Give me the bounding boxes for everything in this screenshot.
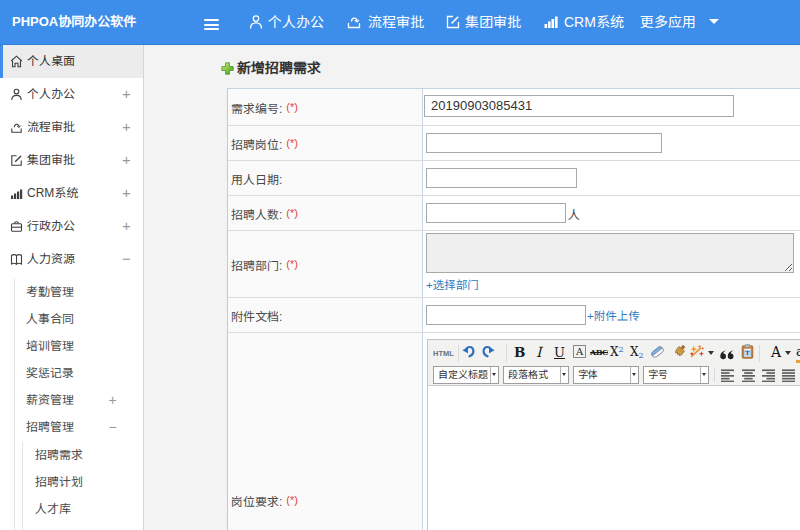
font-style-button[interactable]: A — [573, 345, 586, 358]
align-left-icon[interactable] — [721, 368, 734, 381]
position-input[interactable] — [426, 133, 662, 153]
sidebar-item-personal-office[interactable]: 个人办公 + — [0, 78, 143, 111]
source-code-button[interactable]: HTML — [433, 344, 454, 363]
sidebar-item-talent-pool[interactable]: 人才库 — [23, 496, 143, 523]
headcount-input[interactable] — [426, 203, 566, 223]
collapse-minus-icon[interactable]: − — [119, 243, 134, 275]
form-row-date: 用人日期: — [228, 161, 800, 196]
nav-process-approval[interactable]: 流程审批 — [368, 0, 424, 44]
required-mark: (*) — [286, 207, 298, 219]
sidebar-item-recruit-demand[interactable]: 招聘需求 — [23, 442, 143, 469]
form-row-headcount: 招聘人数:(*) 人 — [228, 196, 800, 231]
field-label-text: 需求编号: — [231, 99, 282, 116]
paste-text-icon[interactable]: T — [741, 344, 754, 363]
nav-crm-system[interactable]: CRM系统 — [564, 0, 624, 44]
sidebar-hr-submenu: 考勤管理 人事合同 培训管理 奖惩记录 薪资管理+ 招聘管理− 招聘需求 招聘计… — [14, 279, 143, 530]
align-right-icon[interactable] — [762, 368, 775, 381]
font-family-select[interactable]: 字体 — [573, 366, 639, 384]
field-value-cell: +附件上传 — [423, 298, 800, 332]
field-value-cell — [423, 89, 800, 125]
sidebar-item-desktop[interactable]: 个人桌面 — [0, 45, 143, 78]
sidebar-item-training[interactable]: 培训管理 — [15, 333, 143, 360]
field-label: 需求编号:(*) — [228, 89, 423, 125]
user-icon — [248, 14, 264, 30]
paragraph-format-select[interactable]: 段落格式 — [503, 366, 569, 384]
form-row-attachment: 附件文档: +附件上传 — [228, 298, 800, 333]
font-color-button[interactable]: A — [771, 344, 791, 363]
top-bar: PHPOA协同办公软件 个人办公 流程审批 集团审批 CRM系统 更多应用 — [0, 0, 800, 45]
sidebar-item-group-approval[interactable]: 集团审批 + — [0, 144, 143, 177]
page-title-text: 新增招聘需求 — [237, 59, 321, 77]
toolbar-separator — [759, 345, 760, 362]
sidebar-item-crm[interactable]: CRM系统 + — [0, 177, 143, 210]
caret-down-icon — [709, 19, 719, 24]
toolbar-separator — [458, 345, 459, 362]
hire-date-input[interactable] — [426, 168, 577, 188]
format-brush-icon[interactable] — [672, 344, 686, 363]
recruit-demand-form: 需求编号:(*) 招聘岗位:(*) 用人日期: 招聘人数:(*) 人 招聘部门:… — [227, 88, 800, 530]
align-center-icon[interactable] — [742, 368, 755, 381]
expand-plus-icon[interactable]: + — [119, 78, 134, 110]
bold-button[interactable]: B — [514, 344, 525, 363]
expand-plus-icon[interactable]: + — [105, 387, 120, 413]
sidebar-item-hr[interactable]: 人力资源 − — [0, 243, 143, 276]
field-value-cell — [423, 126, 800, 160]
sidebar-recruit-submenu: 招聘需求 招聘计划 人才库 — [22, 442, 143, 530]
caret-down-icon — [630, 367, 638, 383]
redo-icon[interactable] — [482, 344, 495, 363]
sidebar-item-admin-office[interactable]: 行政办公 + — [0, 210, 143, 243]
department-textarea[interactable] — [426, 233, 794, 273]
subscript-button[interactable]: X2 — [630, 344, 644, 363]
nav-more-apps[interactable]: 更多应用 — [640, 0, 696, 44]
eraser-icon[interactable] — [650, 344, 665, 363]
attachment-upload-link[interactable]: +附件上传 — [587, 307, 640, 323]
attachment-input[interactable] — [426, 305, 586, 325]
superscript-button[interactable]: X2 — [610, 344, 624, 363]
app-logo: PHPOA协同办公软件 — [12, 0, 136, 44]
clear-format-icon[interactable] — [689, 344, 705, 363]
add-plus-icon — [221, 61, 234, 74]
nav-group-approval[interactable]: 集团审批 — [465, 0, 521, 44]
editor-toolbar-row1: HTML — [428, 340, 800, 366]
caret-down-icon[interactable] — [708, 351, 714, 355]
choose-department-link[interactable]: +选择部门 — [426, 276, 800, 292]
font-size-select[interactable]: 字号 — [643, 366, 709, 384]
field-label: 用人日期: — [228, 161, 423, 195]
field-value-cell — [423, 161, 800, 195]
form-row-department: 招聘部门:(*) +选择部门 — [228, 231, 800, 298]
field-label-text: 岗位要求: — [231, 492, 282, 509]
undo-icon[interactable] — [462, 344, 475, 363]
expand-plus-icon[interactable]: + — [119, 177, 134, 209]
bar-chart-icon — [543, 14, 559, 30]
sidebar-item-attendance[interactable]: 考勤管理 — [15, 279, 143, 306]
align-justify-icon[interactable] — [782, 368, 795, 381]
strikethrough-button[interactable]: ABC — [590, 344, 608, 363]
field-label: 招聘部门:(*) — [228, 231, 423, 297]
bg-color-button[interactable]: a — [796, 344, 800, 363]
main-content: 新增招聘需求 需求编号:(*) 招聘岗位:(*) 用人日期: 招聘人数:(*) … — [145, 45, 800, 530]
demand-no-input[interactable] — [424, 95, 734, 117]
collapse-minus-icon[interactable]: − — [105, 414, 120, 440]
field-label: 招聘岗位:(*) — [228, 126, 423, 160]
sidebar-item-rewards[interactable]: 奖惩记录 — [15, 360, 143, 387]
underline-button[interactable]: U — [554, 344, 565, 363]
sidebar-item-recruit-plan[interactable]: 招聘计划 — [23, 469, 143, 496]
menu-toggle-icon[interactable] — [204, 19, 219, 31]
editor-content-area[interactable] — [428, 386, 800, 530]
expand-plus-icon[interactable]: + — [119, 111, 134, 143]
field-label: 附件文档: — [228, 298, 423, 332]
editor-toolbar-row2: 自定义标题 段落格式 字体 字号 — [428, 366, 800, 386]
nav-personal-office[interactable]: 个人办公 — [268, 0, 324, 44]
home-icon — [10, 55, 23, 68]
italic-button[interactable]: I — [536, 344, 542, 363]
expand-plus-icon[interactable]: + — [119, 144, 134, 176]
expand-plus-icon[interactable]: + — [119, 210, 134, 242]
caret-down-icon — [560, 367, 568, 383]
caret-down-icon — [490, 367, 498, 383]
sidebar-item-salary[interactable]: 薪资管理+ — [15, 387, 143, 414]
sidebar-item-recruit-mgmt[interactable]: 招聘管理− — [15, 414, 143, 441]
heading-style-select[interactable]: 自定义标题 — [433, 366, 499, 384]
bar-chart-icon — [10, 187, 23, 200]
sidebar-item-hr-contract[interactable]: 人事合同 — [15, 306, 143, 333]
sidebar-item-process-approval[interactable]: 流程审批 + — [0, 111, 143, 144]
